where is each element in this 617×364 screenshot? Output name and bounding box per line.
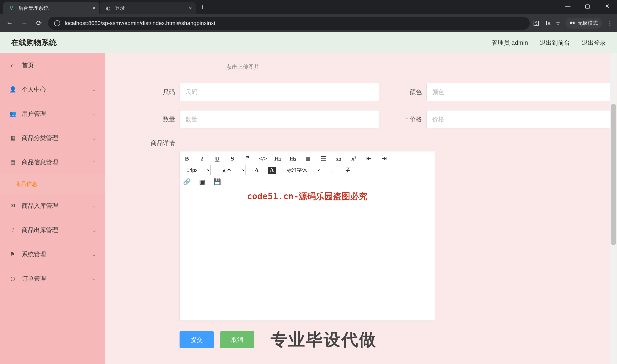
sidebar-item-label: 首页	[22, 61, 34, 69]
translate-icon[interactable]: ⅃ᴀ	[544, 20, 551, 27]
clear-format-icon[interactable]: T̶	[343, 167, 351, 174]
minimize-icon[interactable]: ―	[558, 0, 578, 13]
chevron-down-icon: ⌵	[93, 251, 96, 257]
align-icon[interactable]: ≡	[328, 167, 336, 174]
save-icon[interactable]: 💾	[213, 178, 221, 185]
sidebar-item[interactable]: ⌂首页	[0, 53, 105, 77]
chevron-down-icon: ⌵	[93, 203, 96, 209]
text-color-icon[interactable]: A	[253, 167, 261, 174]
back-icon[interactable]: ←	[4, 18, 15, 29]
sidebar-item-label: 商品分类管理	[22, 134, 58, 142]
form-area: 点击上传图片 尺码 颜色 数量 *价格	[105, 53, 610, 361]
strike-icon[interactable]: S	[228, 155, 236, 162]
sidebar-item-label: 用户管理	[22, 110, 46, 118]
sub-icon[interactable]: x₂	[335, 155, 343, 162]
app-title: 在线购物系统	[11, 37, 57, 48]
color-input[interactable]	[426, 83, 610, 101]
sidebar-item-icon: ⌂	[9, 61, 17, 69]
close-window-icon[interactable]: ✕	[597, 0, 617, 13]
indent-icon[interactable]: ⇥	[380, 155, 388, 162]
watermark-center: code51.cn-源码乐园盗图必究	[247, 191, 368, 202]
font-family-select[interactable]: 标准字体	[283, 165, 321, 175]
close-icon[interactable]: ×	[92, 5, 96, 12]
bold-icon[interactable]: B	[183, 155, 191, 162]
image-icon[interactable]: ▣	[198, 178, 206, 185]
text-style-select[interactable]: 文本	[218, 165, 246, 175]
browser-right-icons: ⚿ ⅃ᴀ ☆ 🕶 无痕模式 ⋮	[533, 18, 613, 29]
sidebar-item-icon: ▦	[9, 134, 17, 142]
header-logout[interactable]: 退出登录	[582, 39, 606, 47]
browser-tab[interactable]: ◐ 登录 ×	[100, 2, 196, 14]
chevron-down-icon: ⌵	[93, 135, 96, 141]
favicon-icon: V	[8, 5, 15, 11]
star-icon[interactable]: ☆	[555, 20, 561, 27]
url-input[interactable]: i localhost:8080/sp-ssmv/admin/dist/inde…	[48, 17, 530, 30]
sidebar-item[interactable]: ⚑系统管理⌵	[0, 242, 105, 266]
sidebar-item[interactable]: ▤商品信息管理⌵	[0, 150, 105, 174]
favicon-icon: ◐	[105, 5, 111, 11]
sidebar-item[interactable]: 👤个人中心⌵	[0, 77, 105, 102]
browser-tab-active[interactable]: V 后台管理系统 ×	[3, 2, 99, 14]
chevron-down-icon: ⌵	[93, 159, 96, 165]
vertical-scrollbar[interactable]	[610, 53, 616, 364]
sidebar-item[interactable]: ▦商品分类管理⌵	[0, 126, 105, 150]
h1-icon[interactable]: H₁	[274, 155, 282, 162]
sidebar-item[interactable]: ⇪商品出库管理⌵	[0, 218, 105, 242]
underline-icon[interactable]: U	[213, 155, 221, 162]
h2-icon[interactable]: H₂	[289, 155, 297, 162]
qty-label: 数量	[150, 115, 180, 123]
editor-content[interactable]: code51.cn-源码乐园盗图必究	[180, 189, 435, 321]
incognito-badge[interactable]: 🕶 无痕模式	[565, 18, 602, 29]
forward-icon[interactable]: →	[19, 18, 30, 29]
sidebar-item[interactable]: 👥用户管理⌵	[0, 102, 105, 126]
outdent-icon[interactable]: ⇤	[365, 155, 373, 162]
price-input[interactable]	[426, 110, 610, 128]
sidebar-item[interactable]: ✉商品入库管理⌵	[0, 194, 105, 218]
close-icon[interactable]: ×	[189, 5, 192, 12]
sidebar-subitem[interactable]: 商品信息	[0, 174, 105, 194]
sidebar-item-icon: ✉	[9, 202, 17, 210]
sidebar-item-label: 商品信息管理	[22, 158, 58, 166]
qty-input[interactable]	[180, 110, 379, 128]
detail-label: 商品详情	[150, 139, 180, 147]
price-field: *价格	[397, 110, 610, 128]
menu-icon[interactable]: ⋮	[607, 20, 613, 27]
sidebar-item-label: 商品入库管理	[22, 202, 58, 210]
sidebar-item-label: 个人中心	[22, 85, 46, 94]
new-tab-button[interactable]: +	[196, 2, 208, 13]
bg-color-icon[interactable]: A	[268, 167, 276, 174]
ol-icon[interactable]: ≣	[304, 155, 312, 162]
chevron-down-icon: ⌵	[93, 276, 96, 282]
link-icon[interactable]: 🔗	[183, 178, 191, 185]
sidebar-item-icon: ▤	[9, 158, 17, 166]
ul-icon[interactable]: ☰	[319, 155, 327, 162]
sidebar-item-label: 商品出库管理	[22, 226, 58, 234]
chevron-down-icon: ⌵	[93, 86, 96, 93]
upload-hint[interactable]: 点击上传图片	[226, 63, 590, 71]
sidebar-item-icon: ⇪	[9, 226, 17, 234]
submit-button[interactable]: 提交	[180, 331, 214, 348]
code-icon[interactable]: </>	[259, 155, 267, 162]
sup-icon[interactable]: x²	[350, 155, 358, 162]
header-to-front[interactable]: 退出到前台	[540, 39, 570, 47]
site-info-icon[interactable]: i	[54, 20, 60, 26]
sidebar: ⌂首页👤个人中心⌵👥用户管理⌵▦商品分类管理⌵▤商品信息管理⌵商品信息✉商品入库…	[0, 53, 105, 364]
sidebar-item[interactable]: ◷订单管理⌵	[0, 266, 105, 291]
url-text: localhost:8080/sp-ssmv/admin/dist/index.…	[65, 20, 215, 27]
quote-icon[interactable]: ❞	[244, 155, 252, 162]
size-label: 尺码	[150, 88, 180, 96]
sidebar-item-label: 系统管理	[22, 250, 46, 258]
scrollbar-thumb[interactable]	[611, 104, 616, 245]
incognito-icon: 🕶	[570, 20, 575, 26]
maximize-icon[interactable]: ▢	[578, 0, 597, 13]
header-user[interactable]: 管理员 admin	[492, 39, 528, 47]
italic-icon[interactable]: I	[198, 155, 206, 162]
size-input[interactable]	[180, 83, 379, 101]
key-icon[interactable]: ⚿	[533, 20, 539, 27]
address-bar: ← → ⟳ i localhost:8080/sp-ssmv/admin/dis…	[0, 14, 617, 32]
cancel-button[interactable]: 取消	[220, 331, 254, 348]
font-size-select[interactable]: 14px	[183, 165, 211, 175]
reload-icon[interactable]: ⟳	[33, 18, 45, 29]
sidebar-item-label: 订单管理	[22, 275, 46, 283]
chevron-down-icon: ⌵	[93, 111, 96, 117]
